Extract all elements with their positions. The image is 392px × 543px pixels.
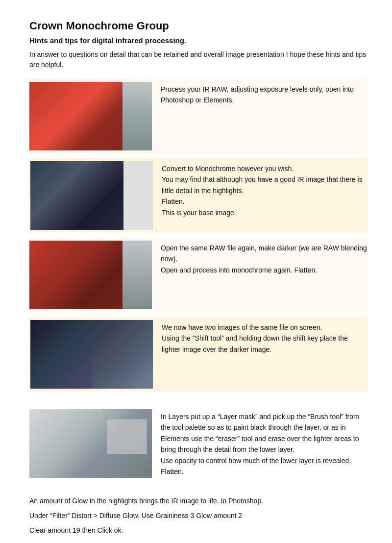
step-image-5 [29, 409, 152, 478]
step-image-4-right [92, 320, 153, 389]
page-intro: In answer to questions on detail that ca… [29, 49, 368, 70]
step-image-4 [30, 320, 153, 389]
bottom-section: An amount of Glow in the highlights brin… [29, 491, 368, 543]
step-image-2 [30, 161, 153, 230]
page-subtitle: Hints and tips for digital infrared proc… [29, 36, 368, 45]
step-text-1: Process your IR RAW, adjusting exposure … [161, 82, 368, 106]
step-row-3: Open the same RAW file again, make darke… [29, 238, 368, 312]
step-row-5: In Layers put up a “Layer mask” and pick… [29, 406, 368, 481]
step-text-3: Open the same RAW file again, make darke… [161, 241, 368, 275]
step-image-3 [29, 241, 152, 309]
page: Crown Monochrome Group Hints and tips fo… [0, 0, 392, 543]
step-text-2: Convert to Monochrome however you wish. … [162, 161, 367, 218]
glow-clear-line: Clear amount 19 then Click ok. [29, 525, 368, 537]
step-text-5: In Layers put up a “Layer mask” and pick… [161, 409, 368, 477]
spacer [29, 396, 368, 406]
glow-filter-line: Under “Filter” Distort > Diffuse Glow. U… [29, 510, 368, 522]
step-text-4: We now have two images of the same file … [162, 320, 367, 355]
glow-intro-line: An amount of Glow in the highlights brin… [29, 495, 368, 507]
page-title: Crown Monochrome Group [29, 20, 368, 32]
step-row-4: We now have two images of the same file … [29, 317, 368, 392]
step-row-2: Convert to Monochrome however you wish. … [29, 158, 368, 233]
step-row-1: Process your IR RAW, adjusting exposure … [29, 79, 368, 153]
step-image-4-left [30, 320, 92, 389]
step-image-1 [29, 82, 152, 150]
